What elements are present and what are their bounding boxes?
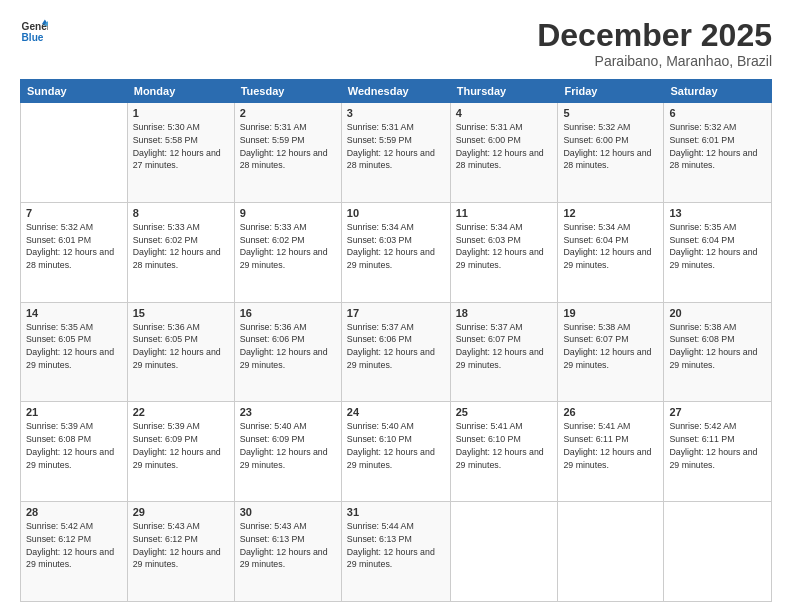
- week-row-2: 7Sunrise: 5:32 AM Sunset: 6:01 PM Daylig…: [21, 202, 772, 302]
- day-number: 25: [456, 406, 553, 418]
- day-number: 23: [240, 406, 336, 418]
- day-cell: 27Sunrise: 5:42 AM Sunset: 6:11 PM Dayli…: [664, 402, 772, 502]
- day-cell: 19Sunrise: 5:38 AM Sunset: 6:07 PM Dayli…: [558, 302, 664, 402]
- day-number: 16: [240, 307, 336, 319]
- day-info: Sunrise: 5:41 AM Sunset: 6:11 PM Dayligh…: [563, 420, 658, 471]
- day-number: 28: [26, 506, 122, 518]
- svg-text:Blue: Blue: [22, 32, 44, 43]
- day-number: 20: [669, 307, 766, 319]
- day-info: Sunrise: 5:32 AM Sunset: 6:01 PM Dayligh…: [26, 221, 122, 272]
- day-number: 12: [563, 207, 658, 219]
- day-info: Sunrise: 5:33 AM Sunset: 6:02 PM Dayligh…: [133, 221, 229, 272]
- weekday-header-row: SundayMondayTuesdayWednesdayThursdayFrid…: [21, 80, 772, 103]
- day-cell: 10Sunrise: 5:34 AM Sunset: 6:03 PM Dayli…: [341, 202, 450, 302]
- day-info: Sunrise: 5:32 AM Sunset: 6:01 PM Dayligh…: [669, 121, 766, 172]
- day-number: 22: [133, 406, 229, 418]
- weekday-friday: Friday: [558, 80, 664, 103]
- day-info: Sunrise: 5:37 AM Sunset: 6:07 PM Dayligh…: [456, 321, 553, 372]
- day-info: Sunrise: 5:44 AM Sunset: 6:13 PM Dayligh…: [347, 520, 445, 571]
- day-info: Sunrise: 5:39 AM Sunset: 6:08 PM Dayligh…: [26, 420, 122, 471]
- day-info: Sunrise: 5:41 AM Sunset: 6:10 PM Dayligh…: [456, 420, 553, 471]
- day-cell: 20Sunrise: 5:38 AM Sunset: 6:08 PM Dayli…: [664, 302, 772, 402]
- week-row-3: 14Sunrise: 5:35 AM Sunset: 6:05 PM Dayli…: [21, 302, 772, 402]
- day-info: Sunrise: 5:43 AM Sunset: 6:13 PM Dayligh…: [240, 520, 336, 571]
- day-info: Sunrise: 5:42 AM Sunset: 6:12 PM Dayligh…: [26, 520, 122, 571]
- day-cell: 30Sunrise: 5:43 AM Sunset: 6:13 PM Dayli…: [234, 502, 341, 602]
- day-number: 11: [456, 207, 553, 219]
- day-number: 2: [240, 107, 336, 119]
- weekday-tuesday: Tuesday: [234, 80, 341, 103]
- day-info: Sunrise: 5:42 AM Sunset: 6:11 PM Dayligh…: [669, 420, 766, 471]
- day-number: 6: [669, 107, 766, 119]
- day-cell: [558, 502, 664, 602]
- calendar-table: SundayMondayTuesdayWednesdayThursdayFrid…: [20, 79, 772, 602]
- day-cell: [450, 502, 558, 602]
- day-cell: 18Sunrise: 5:37 AM Sunset: 6:07 PM Dayli…: [450, 302, 558, 402]
- day-number: 26: [563, 406, 658, 418]
- day-number: 14: [26, 307, 122, 319]
- day-cell: 25Sunrise: 5:41 AM Sunset: 6:10 PM Dayli…: [450, 402, 558, 502]
- location-subtitle: Paraibano, Maranhao, Brazil: [537, 53, 772, 69]
- day-number: 18: [456, 307, 553, 319]
- day-number: 15: [133, 307, 229, 319]
- day-cell: 5Sunrise: 5:32 AM Sunset: 6:00 PM Daylig…: [558, 103, 664, 203]
- day-cell: 16Sunrise: 5:36 AM Sunset: 6:06 PM Dayli…: [234, 302, 341, 402]
- day-cell: 9Sunrise: 5:33 AM Sunset: 6:02 PM Daylig…: [234, 202, 341, 302]
- day-cell: 14Sunrise: 5:35 AM Sunset: 6:05 PM Dayli…: [21, 302, 128, 402]
- day-info: Sunrise: 5:38 AM Sunset: 6:08 PM Dayligh…: [669, 321, 766, 372]
- day-number: 13: [669, 207, 766, 219]
- day-cell: 7Sunrise: 5:32 AM Sunset: 6:01 PM Daylig…: [21, 202, 128, 302]
- day-number: 4: [456, 107, 553, 119]
- day-info: Sunrise: 5:35 AM Sunset: 6:04 PM Dayligh…: [669, 221, 766, 272]
- weekday-thursday: Thursday: [450, 80, 558, 103]
- day-info: Sunrise: 5:33 AM Sunset: 6:02 PM Dayligh…: [240, 221, 336, 272]
- week-row-5: 28Sunrise: 5:42 AM Sunset: 6:12 PM Dayli…: [21, 502, 772, 602]
- day-cell: 15Sunrise: 5:36 AM Sunset: 6:05 PM Dayli…: [127, 302, 234, 402]
- day-info: Sunrise: 5:40 AM Sunset: 6:09 PM Dayligh…: [240, 420, 336, 471]
- day-number: 31: [347, 506, 445, 518]
- day-cell: 12Sunrise: 5:34 AM Sunset: 6:04 PM Dayli…: [558, 202, 664, 302]
- day-number: 9: [240, 207, 336, 219]
- day-cell: 29Sunrise: 5:43 AM Sunset: 6:12 PM Dayli…: [127, 502, 234, 602]
- day-cell: 24Sunrise: 5:40 AM Sunset: 6:10 PM Dayli…: [341, 402, 450, 502]
- day-number: 5: [563, 107, 658, 119]
- day-number: 30: [240, 506, 336, 518]
- day-cell: 17Sunrise: 5:37 AM Sunset: 6:06 PM Dayli…: [341, 302, 450, 402]
- day-number: 21: [26, 406, 122, 418]
- day-info: Sunrise: 5:30 AM Sunset: 5:58 PM Dayligh…: [133, 121, 229, 172]
- header: General Blue December 2025 Paraibano, Ma…: [20, 18, 772, 69]
- weekday-monday: Monday: [127, 80, 234, 103]
- day-cell: 4Sunrise: 5:31 AM Sunset: 6:00 PM Daylig…: [450, 103, 558, 203]
- page: General Blue December 2025 Paraibano, Ma…: [0, 0, 792, 612]
- day-cell: 8Sunrise: 5:33 AM Sunset: 6:02 PM Daylig…: [127, 202, 234, 302]
- logo: General Blue: [20, 18, 48, 46]
- day-cell: 2Sunrise: 5:31 AM Sunset: 5:59 PM Daylig…: [234, 103, 341, 203]
- weekday-sunday: Sunday: [21, 80, 128, 103]
- logo-icon: General Blue: [20, 18, 48, 46]
- week-row-4: 21Sunrise: 5:39 AM Sunset: 6:08 PM Dayli…: [21, 402, 772, 502]
- day-info: Sunrise: 5:35 AM Sunset: 6:05 PM Dayligh…: [26, 321, 122, 372]
- day-number: 1: [133, 107, 229, 119]
- day-number: 17: [347, 307, 445, 319]
- day-number: 10: [347, 207, 445, 219]
- day-info: Sunrise: 5:38 AM Sunset: 6:07 PM Dayligh…: [563, 321, 658, 372]
- day-number: 7: [26, 207, 122, 219]
- month-title: December 2025: [537, 18, 772, 53]
- day-cell: 11Sunrise: 5:34 AM Sunset: 6:03 PM Dayli…: [450, 202, 558, 302]
- day-info: Sunrise: 5:39 AM Sunset: 6:09 PM Dayligh…: [133, 420, 229, 471]
- week-row-1: 1Sunrise: 5:30 AM Sunset: 5:58 PM Daylig…: [21, 103, 772, 203]
- day-cell: 28Sunrise: 5:42 AM Sunset: 6:12 PM Dayli…: [21, 502, 128, 602]
- day-cell: 13Sunrise: 5:35 AM Sunset: 6:04 PM Dayli…: [664, 202, 772, 302]
- day-cell: [21, 103, 128, 203]
- day-cell: [664, 502, 772, 602]
- day-cell: 1Sunrise: 5:30 AM Sunset: 5:58 PM Daylig…: [127, 103, 234, 203]
- weekday-wednesday: Wednesday: [341, 80, 450, 103]
- day-info: Sunrise: 5:34 AM Sunset: 6:03 PM Dayligh…: [456, 221, 553, 272]
- day-info: Sunrise: 5:31 AM Sunset: 5:59 PM Dayligh…: [347, 121, 445, 172]
- day-info: Sunrise: 5:37 AM Sunset: 6:06 PM Dayligh…: [347, 321, 445, 372]
- day-cell: 6Sunrise: 5:32 AM Sunset: 6:01 PM Daylig…: [664, 103, 772, 203]
- day-info: Sunrise: 5:34 AM Sunset: 6:03 PM Dayligh…: [347, 221, 445, 272]
- day-cell: 23Sunrise: 5:40 AM Sunset: 6:09 PM Dayli…: [234, 402, 341, 502]
- day-info: Sunrise: 5:36 AM Sunset: 6:06 PM Dayligh…: [240, 321, 336, 372]
- day-cell: 21Sunrise: 5:39 AM Sunset: 6:08 PM Dayli…: [21, 402, 128, 502]
